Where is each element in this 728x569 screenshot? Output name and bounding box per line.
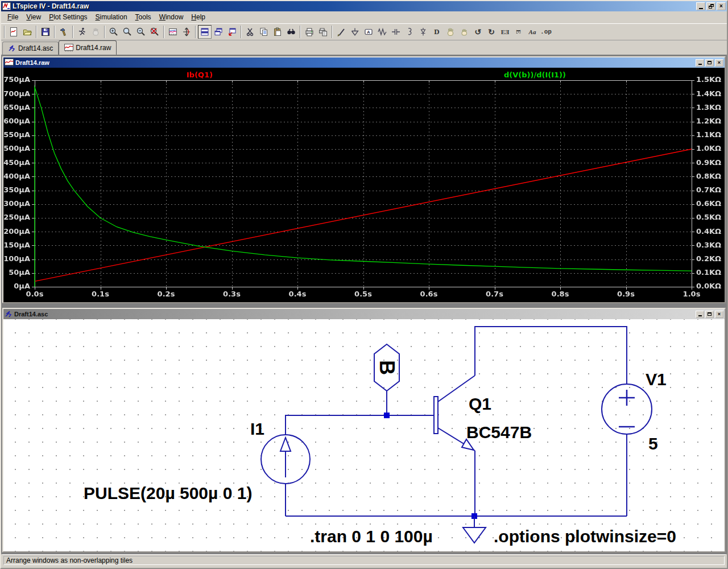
menu-tools[interactable]: Tools [131, 12, 155, 22]
toolbar-separator [4, 26, 5, 38]
save-button[interactable] [39, 25, 52, 39]
menu-help[interactable]: Help [187, 12, 209, 22]
resistor-button[interactable] [375, 25, 389, 39]
drag-button[interactable] [457, 25, 471, 39]
zoom-box-icon [122, 27, 133, 37]
waveform-window: Draft14.raw × Ib(Q1) d(V(b))/d(I(I1)) [2, 56, 726, 303]
schematic-window-titlebar[interactable]: Draft14.asc × [3, 309, 725, 319]
menu-window[interactable]: Window [155, 12, 188, 22]
component-button[interactable]: D [430, 25, 444, 39]
minimize-button[interactable] [696, 59, 704, 67]
zoom-in-button[interactable] [107, 25, 121, 39]
cascade-button[interactable] [212, 25, 225, 39]
schematic-wires[interactable] [286, 327, 627, 516]
menu-bar: File View Plot Settings Simulation Tools… [1, 11, 727, 23]
current-source-i1[interactable]: I1 PULSE(20µ 500µ 0 1) [84, 419, 310, 502]
i1-value-label[interactable]: PULSE(20µ 500µ 0 1) [84, 484, 252, 502]
close-button[interactable]: × [715, 59, 723, 67]
text-icon: Aa [529, 28, 536, 35]
wire-base[interactable] [286, 415, 434, 435]
tile-horizontal-button[interactable] [198, 25, 212, 39]
ground-symbol[interactable] [463, 516, 486, 543]
maximize-button[interactable] [705, 311, 714, 318]
menu-view[interactable]: View [22, 12, 45, 22]
open-button[interactable] [20, 25, 34, 39]
paste-button[interactable] [271, 25, 284, 39]
tab-draft14-raw[interactable]: Draft14.raw [59, 40, 117, 55]
move-button[interactable] [444, 25, 457, 39]
halt-button[interactable] [89, 25, 102, 39]
diode-icon [418, 27, 428, 37]
print-button[interactable] [303, 25, 316, 39]
redo-button[interactable]: ↻ [485, 25, 498, 39]
run-button[interactable] [75, 25, 89, 39]
tile-vertical-button[interactable] [225, 25, 239, 39]
text-button[interactable]: Aa [526, 25, 539, 39]
copy-button[interactable] [257, 25, 271, 39]
menu-file[interactable]: File [3, 12, 22, 22]
waveform-plot-area[interactable]: Ib(Q1) d(V(b))/d(I(I1)) [3, 68, 725, 302]
close-button[interactable]: × [715, 311, 723, 318]
cut-button[interactable] [243, 25, 257, 39]
tile-horizontal-icon [200, 27, 210, 37]
cascade-icon [213, 27, 224, 37]
ground-button[interactable] [348, 25, 362, 39]
tab-draft14-asc[interactable]: Draft14.asc [2, 42, 59, 55]
inductor-button[interactable] [403, 25, 416, 39]
mirror-button[interactable]: EƎ [498, 25, 512, 39]
toolbar-separator [36, 26, 37, 38]
waveform-window-titlebar[interactable]: Draft14.raw × [3, 57, 725, 68]
wire-pencil-icon [336, 27, 346, 37]
new-schematic-button[interactable] [7, 25, 20, 39]
print-preview-icon [318, 27, 328, 37]
menu-plot-settings[interactable]: Plot Settings [45, 12, 91, 22]
directive-tran[interactable]: .tran 0 1 0 100µ [310, 527, 433, 546]
zoom-out-button[interactable] [134, 25, 148, 39]
i1-arrow-head [280, 438, 291, 451]
directive-options[interactable]: .options plotwinsize=0 [494, 527, 676, 546]
i1-name-label[interactable]: I1 [250, 419, 264, 438]
net-port-b[interactable]: B [374, 344, 399, 391]
trace-label-ib-q1[interactable]: Ib(Q1) [187, 71, 213, 79]
control-panel-button[interactable] [57, 25, 71, 39]
trace-label-dvdi[interactable]: d(V(b))/d(I(I1)) [504, 71, 566, 79]
rotate-button[interactable]: E [512, 25, 526, 39]
drag-hand-icon [459, 27, 469, 37]
ground-icon [350, 27, 360, 37]
autorange-y-button[interactable] [180, 25, 193, 39]
toolbar-separator [72, 26, 73, 38]
wire-button[interactable] [334, 25, 348, 39]
net-label-b[interactable]: B [375, 360, 399, 375]
main-titlebar[interactable]: LTspice IV - Draft14.raw × [1, 1, 727, 11]
waveform-window-title: Draft14.raw [15, 59, 49, 66]
close-icon: × [718, 60, 721, 65]
close-button[interactable]: × [717, 2, 726, 10]
v1-value-label[interactable]: 5 [648, 434, 658, 453]
undo-button[interactable]: ↺ [471, 25, 485, 39]
menu-simulation[interactable]: Simulation [92, 12, 131, 22]
maximize-button[interactable] [705, 59, 714, 67]
find-button[interactable] [284, 25, 298, 39]
restore-button[interactable] [706, 2, 715, 10]
wire-collector[interactable] [475, 327, 627, 384]
label-net-button[interactable]: A [362, 25, 375, 39]
voltage-source-v1[interactable]: V1 5 [602, 370, 667, 453]
schematic-icon [8, 44, 16, 52]
spice-directive-button[interactable]: .op [539, 25, 553, 39]
diode-button[interactable] [416, 25, 430, 39]
print-preview-button[interactable] [316, 25, 330, 39]
mdi-client-area: Draft14.raw × Ib(Q1) d(V(b))/d(I(I1)) Dr… [1, 55, 727, 554]
capacitor-button[interactable] [389, 25, 403, 39]
plot-settings-button[interactable] [166, 25, 180, 39]
zoom-full-extents-button[interactable] [148, 25, 162, 39]
q1-name-label[interactable]: Q1 [469, 394, 491, 413]
waveform-canvas[interactable] [3, 68, 725, 302]
new-schematic-icon [9, 27, 19, 37]
v1-name-label[interactable]: V1 [646, 370, 667, 389]
minimize-button[interactable] [696, 311, 704, 318]
zoom-box-button[interactable] [121, 25, 134, 39]
q1-value-label[interactable]: BC547B [466, 423, 532, 442]
minimize-button[interactable] [696, 2, 705, 10]
transistor-q1[interactable]: Q1 BC547B [434, 376, 532, 451]
schematic-canvas[interactable]: I1 PULSE(20µ 500µ 0 1) B Q1 [3, 319, 725, 551]
